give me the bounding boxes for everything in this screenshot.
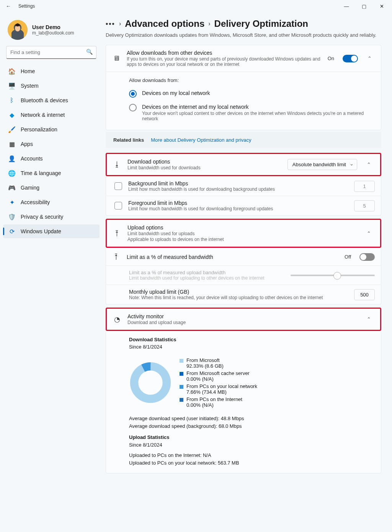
download-options-card: ⭳ Download options Limit bandwidth used … bbox=[106, 153, 381, 176]
download-stats-heading: Download Statistics bbox=[129, 337, 375, 342]
allow-downloads-toggle[interactable] bbox=[343, 55, 358, 62]
nav-system[interactable]: 🖥️System bbox=[3, 79, 100, 93]
nav-label: Accessibility bbox=[21, 199, 50, 205]
allow-desc: If you turn this on, your device may sen… bbox=[127, 56, 322, 67]
chevron-right-icon: › bbox=[208, 20, 210, 27]
monthly-title: Monthly upload limit (GB) bbox=[129, 289, 348, 295]
pct-dis-title: Limit as a % of measured upload bandwidt… bbox=[129, 270, 284, 275]
back-button[interactable]: ← bbox=[2, 3, 15, 9]
download-title: Download options bbox=[127, 159, 281, 165]
chart-legend: From Microsoft92.33% (8.6 GB) From Micro… bbox=[180, 356, 257, 409]
radio-label: Devices on the internet and my local net… bbox=[142, 104, 375, 110]
bandwidth-limit-dropdown[interactable]: Absolute bandwidth limit bbox=[287, 159, 357, 170]
chevron-up-icon[interactable]: ⌃ bbox=[364, 56, 375, 61]
nav-accounts[interactable]: 👤Accounts bbox=[3, 152, 100, 165]
breadcrumb-advanced[interactable]: Advanced options bbox=[125, 18, 204, 29]
user-name: User Demo bbox=[32, 24, 74, 30]
nav-label: Bluetooth & devices bbox=[21, 97, 68, 103]
stats-since: Since 8/1/2024 bbox=[129, 344, 375, 350]
upload-local: Uploaded to PCs on your local network: 5… bbox=[129, 460, 375, 466]
sidebar: User Demo m_lab@outlook.com 🔍 🏠Home 🖥️Sy… bbox=[0, 12, 103, 532]
legend-value: 7.66% (734.4 MB) bbox=[186, 389, 257, 395]
related-links: Related links More about Delivery Optimi… bbox=[106, 132, 381, 148]
background-limit-input[interactable] bbox=[354, 181, 375, 192]
windows-update-icon: ⟳ bbox=[8, 228, 15, 235]
nav-accessibility[interactable]: ✦Accessibility bbox=[3, 195, 100, 209]
limit-pct-disabled-row: Limit as a % of measured upload bandwidt… bbox=[106, 265, 381, 285]
chevron-up-icon[interactable]: ⌃ bbox=[363, 231, 374, 236]
fg-limit-title: Foreground limit in Mbps bbox=[128, 200, 348, 206]
accounts-icon: 👤 bbox=[8, 155, 15, 162]
nav-time[interactable]: 🌐Time & language bbox=[3, 166, 100, 180]
maximize-button[interactable]: ▢ bbox=[355, 0, 373, 12]
legend-label: From Microsoft cache server bbox=[186, 370, 250, 376]
avg-speed-bg: Average download speed (background): 68.… bbox=[129, 423, 375, 429]
nav-home[interactable]: 🏠Home bbox=[3, 64, 100, 78]
download-statistics: Download Statistics Since 8/1/2024 From … bbox=[106, 331, 381, 473]
upload-desc: Limit bandwidth used for uploads bbox=[127, 231, 357, 236]
breadcrumb-current: Delivery Optimization bbox=[214, 18, 308, 29]
monthly-limit-input[interactable] bbox=[354, 289, 375, 300]
accessibility-icon: ✦ bbox=[8, 199, 15, 206]
legend-swatch bbox=[180, 385, 183, 389]
download-options-row[interactable]: ⭳ Download options Limit bandwidth used … bbox=[107, 154, 380, 175]
user-email: m_lab@outlook.com bbox=[32, 30, 74, 36]
limit-pct-row: ⭱ Limit as a % of measured bandwidth Off bbox=[106, 248, 381, 265]
chevron-up-icon[interactable]: ⌃ bbox=[363, 162, 374, 167]
upload-desc2: Applicable to uploads to devices on the … bbox=[127, 237, 357, 242]
chevron-right-icon: › bbox=[119, 20, 121, 27]
foreground-limit-input[interactable] bbox=[354, 200, 375, 211]
background-limit-row: Background limit in Mbps Limit how much … bbox=[106, 176, 381, 196]
related-label: Related links bbox=[113, 137, 144, 143]
allow-from-label: Allow downloads from: bbox=[129, 77, 375, 83]
foreground-limit-checkbox[interactable] bbox=[114, 202, 122, 210]
nav-personalization[interactable]: 🖌️Personalization bbox=[3, 123, 100, 136]
bg-limit-title: Background limit in Mbps bbox=[128, 180, 348, 187]
page-description: Delivery Optimization downloads updates … bbox=[106, 32, 381, 38]
limit-pct-toggle[interactable] bbox=[359, 253, 375, 261]
apps-icon: ▦ bbox=[8, 141, 15, 147]
search-box: 🔍 bbox=[6, 46, 96, 59]
pct-dis-desc: Limit bandwidth used for uploading to ot… bbox=[129, 275, 284, 281]
chevron-up-icon[interactable]: ⌃ bbox=[363, 316, 374, 322]
upload-limits-card: ⭱ Limit as a % of measured bandwidth Off… bbox=[106, 248, 381, 304]
nav-apps[interactable]: ▦Apps bbox=[3, 137, 100, 151]
nav-privacy[interactable]: 🛡️Privacy & security bbox=[3, 210, 100, 224]
background-limit-checkbox[interactable] bbox=[114, 182, 122, 190]
nav-list: 🏠Home 🖥️System ᛒBluetooth & devices ◆Net… bbox=[3, 64, 100, 238]
radio-local-network[interactable]: Devices on my local network bbox=[129, 87, 375, 101]
nav-label: Windows Update bbox=[21, 228, 61, 234]
allow-downloads-row[interactable]: 🖥 Allow downloads from other devices If … bbox=[106, 45, 381, 72]
download-donut-chart bbox=[129, 361, 172, 404]
upload-title: Upload options bbox=[127, 224, 357, 231]
gaming-icon: 🎮 bbox=[8, 184, 15, 191]
minimize-button[interactable]: — bbox=[338, 0, 355, 12]
allow-title: Allow downloads from other devices bbox=[127, 50, 322, 56]
upload-options-row[interactable]: ⭱ Upload options Limit bandwidth used fo… bbox=[107, 220, 380, 247]
home-icon: 🏠 bbox=[8, 68, 15, 75]
network-icon: ◆ bbox=[8, 111, 15, 118]
radio-icon bbox=[129, 104, 137, 111]
upload-icon: ⭱ bbox=[113, 229, 121, 237]
user-profile[interactable]: User Demo m_lab@outlook.com bbox=[3, 17, 100, 46]
upload-options-card: ⭱ Upload options Limit bandwidth used fo… bbox=[106, 219, 381, 248]
legend-swatch bbox=[180, 359, 183, 363]
radio-icon bbox=[129, 90, 137, 98]
download-icon: ⭳ bbox=[113, 160, 121, 169]
activity-monitor-row[interactable]: ◔ Activity monitor Download and upload u… bbox=[107, 309, 380, 330]
download-limits-card: Background limit in Mbps Limit how much … bbox=[106, 176, 381, 216]
related-link[interactable]: More about Delivery Optimization and pri… bbox=[151, 137, 251, 143]
nav-gaming[interactable]: 🎮Gaming bbox=[3, 181, 100, 195]
breadcrumb-more[interactable]: ••• bbox=[106, 20, 115, 28]
personalization-icon: 🖌️ bbox=[8, 126, 15, 133]
svg-point-3 bbox=[134, 367, 167, 399]
radio-internet[interactable]: Devices on the internet and my local net… bbox=[129, 101, 375, 124]
upload-pct-slider bbox=[291, 275, 375, 276]
nav-bluetooth[interactable]: ᛒBluetooth & devices bbox=[3, 93, 100, 107]
nav-network[interactable]: ◆Network & internet bbox=[3, 108, 100, 122]
nav-label: Gaming bbox=[21, 185, 39, 191]
pct-title: Limit as a % of measured bandwidth bbox=[127, 254, 338, 260]
search-input[interactable] bbox=[6, 46, 96, 59]
nav-windows-update[interactable]: ⟳Windows Update bbox=[3, 224, 100, 238]
close-button[interactable]: ✕ bbox=[373, 0, 390, 12]
